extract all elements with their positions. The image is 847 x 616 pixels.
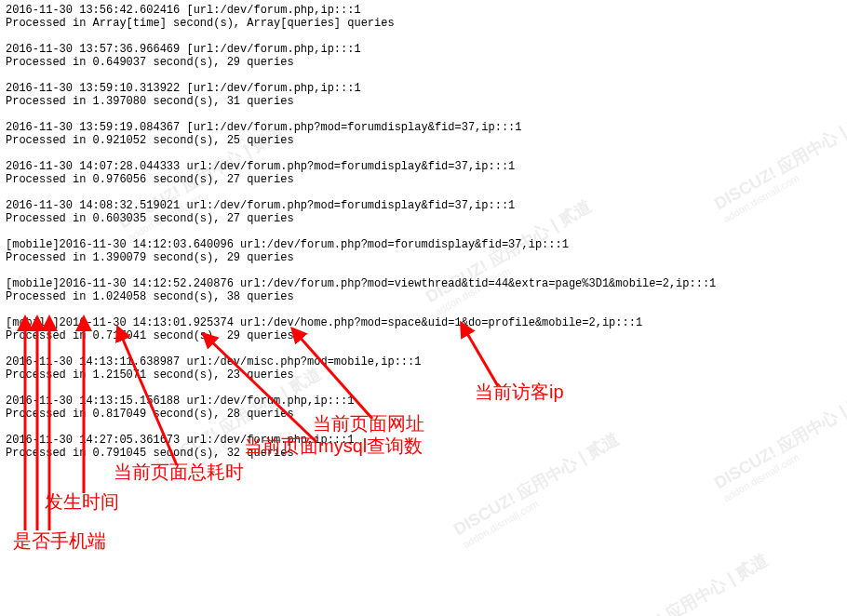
log-line-1: 2016-11-30 14:13:11.638987 url:/dev/misc… (6, 355, 716, 368)
annotation-label-url: 当前页面网址 (313, 417, 424, 430)
log-line-1: [mobile]2016-11-30 14:12:52.240876 url:/… (6, 277, 716, 290)
log-line-2: Processed in 1.397080 second(s), 31 quer… (6, 95, 716, 108)
log-line-2: Processed in 1.390079 second(s), 29 quer… (6, 251, 716, 264)
log-line-2: Processed in 0.717041 second(s), 29 quer… (6, 329, 716, 342)
annotation-label-mobile: 是否手机端 (13, 534, 106, 547)
log-entry: 2016-11-30 13:57:36.966469 [url:/dev/for… (6, 43, 716, 69)
log-entry: 2016-11-30 13:59:19.084367 [url:/dev/for… (6, 121, 716, 147)
log-entry: 2016-11-30 14:08:32.519021 url:/dev/foru… (6, 199, 716, 225)
annotation-label-queries: 当前页面mysql查询数 (244, 439, 423, 452)
log-line-1: 2016-11-30 14:08:32.519021 url:/dev/foru… (6, 199, 716, 212)
log-line-2: Processed in Array[time] second(s), Arra… (6, 17, 716, 30)
log-line-2: Processed in 1.215071 second(s), 23 quer… (6, 368, 716, 382)
log-entry: [mobile]2016-11-30 14:13:01.925374 url:/… (6, 316, 716, 342)
log-line-1: [mobile]2016-11-30 14:12:03.640096 url:/… (6, 238, 716, 251)
log-output: 2016-11-30 13:56:42.602416 [url:/dev/for… (6, 4, 716, 473)
log-line-1: 2016-11-30 13:56:42.602416 [url:/dev/for… (6, 4, 716, 17)
log-entry: 2016-11-30 13:56:42.602416 [url:/dev/for… (6, 4, 716, 30)
annotation-label-duration: 当前页面总耗时 (114, 465, 244, 478)
watermark: DISCUZ! 应用中心 | 贰道addon.dismall.com (711, 104, 847, 227)
log-line-1: 2016-11-30 13:59:10.313922 [url:/dev/for… (6, 82, 716, 95)
log-entry: [mobile]2016-11-30 14:12:03.640096 url:/… (6, 238, 716, 264)
log-entry: [mobile]2016-11-30 14:12:52.240876 url:/… (6, 277, 716, 303)
log-entry: 2016-11-30 13:59:10.313922 [url:/dev/for… (6, 82, 716, 108)
log-line-1: [mobile]2016-11-30 14:13:01.925374 url:/… (6, 316, 716, 329)
log-line-2: Processed in 0.921052 second(s), 25 quer… (6, 134, 716, 147)
log-line-1: 2016-11-30 14:13:15.156188 url:/dev/foru… (6, 395, 716, 408)
log-line-1: 2016-11-30 13:59:19.084367 [url:/dev/for… (6, 121, 716, 134)
log-line-2: Processed in 0.603035 second(s), 27 quer… (6, 212, 716, 225)
log-line-2: Processed in 1.024058 second(s), 38 quer… (6, 290, 716, 303)
annotation-label-ip: 当前访客ip (475, 385, 564, 398)
log-entry: 2016-11-30 14:07:28.044333 url:/dev/foru… (6, 160, 716, 186)
log-line-2: Processed in 0.649037 second(s), 29 quer… (6, 56, 716, 69)
log-entry: 2016-11-30 14:13:11.638987 url:/dev/misc… (6, 355, 716, 382)
watermark: DISCUZ! 应用中心 | 贰道addon.dismall.com (711, 383, 847, 506)
log-line-2: Processed in 0.976056 second(s), 27 quer… (6, 173, 716, 186)
watermark: DISCUZ! 应用中心 | 贰道addon.dismall.com (599, 551, 778, 616)
annotation-label-time: 发生时间 (45, 495, 119, 508)
log-line-1: 2016-11-30 14:07:28.044333 url:/dev/foru… (6, 160, 716, 173)
log-line-1: 2016-11-30 13:57:36.966469 [url:/dev/for… (6, 43, 716, 56)
